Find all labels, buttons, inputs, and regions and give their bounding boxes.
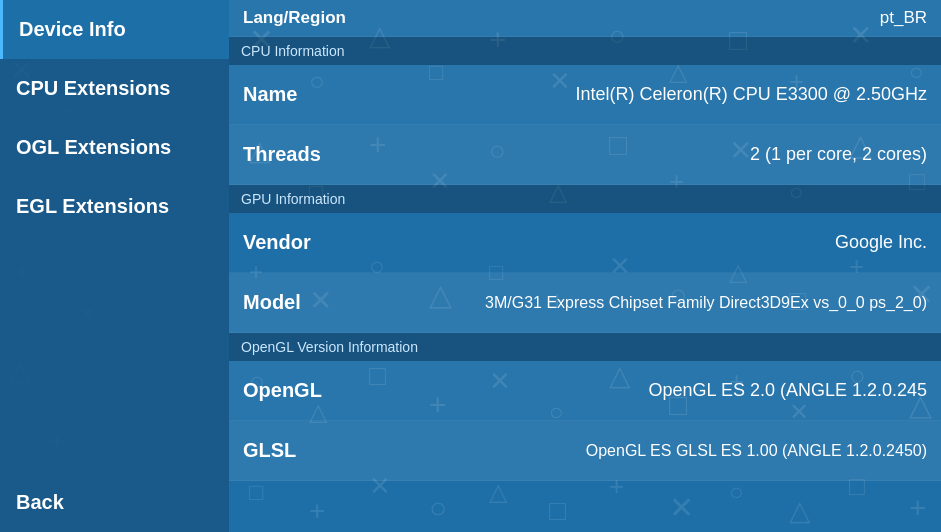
glsl-row: GLSL OpenGL ES GLSL ES 1.00 (ANGLE 1.2.0… [229,421,941,481]
cpu-name-value: Intel(R) Celeron(R) CPU E3300 @ 2.50GHz [576,84,927,105]
cpu-threads-value: 2 (1 per core, 2 cores) [750,144,927,165]
gpu-vendor-value: Google Inc. [835,232,927,253]
opengl-value: OpenGL ES 2.0 (ANGLE 1.2.0.245 [649,380,928,401]
glsl-label: GLSL [243,439,296,462]
cpu-threads-label: Threads [243,143,321,166]
sidebar-item-label: CPU Extensions [16,77,170,99]
gpu-model-value: 3M/G31 Express Chipset Family Direct3D9E… [485,294,927,312]
sidebar-item-label: Device Info [19,18,126,40]
lang-region-value: pt_BR [880,8,927,28]
svg-text:□: □ [249,478,264,505]
opengl-version-header: OpenGL Version Information [229,333,941,361]
svg-text:○: ○ [729,478,744,505]
gpu-info-header: GPU Information [229,185,941,213]
lang-region-label: Lang/Region [243,8,346,28]
svg-text:△: △ [10,356,30,386]
back-label: Back [16,491,64,513]
svg-text:□: □ [160,382,172,404]
sidebar-item-egl-extensions[interactable]: EGL Extensions [0,177,229,236]
glsl-value: OpenGL ES GLSL ES 1.00 (ANGLE 1.2.0.2450… [586,442,927,460]
svg-text:+: + [309,495,325,526]
svg-text:✕: ✕ [80,304,95,324]
lang-region-row: Lang/Region pt_BR [229,0,941,37]
sidebar-item-label: OGL Extensions [16,136,171,158]
cpu-info-header: CPU Information [229,37,941,65]
svg-text:+: + [15,258,29,285]
gpu-model-label: Model [243,291,301,314]
back-button[interactable]: Back [0,473,229,532]
svg-text:✕: ✕ [669,491,694,524]
svg-text:+: + [909,491,927,524]
gpu-vendor-row: Vendor Google Inc. [229,213,941,273]
opengl-label: OpenGL [243,379,322,402]
gpu-model-row: Model 3M/G31 Express Chipset Family Dire… [229,273,941,333]
cpu-threads-row: Threads 2 (1 per core, 2 cores) [229,125,941,185]
sidebar-item-ogl-extensions[interactable]: OGL Extensions [0,118,229,177]
main-content: ✕ ○ △ □ + ✕ ○ △ □ + ✕ ○ △ □ + ✕ ○ △ □ + … [229,0,941,532]
gpu-vendor-label: Vendor [243,231,311,254]
svg-text:+: + [50,428,64,455]
opengl-row: OpenGL OpenGL ES 2.0 (ANGLE 1.2.0.245 [229,361,941,421]
sidebar-item-label: EGL Extensions [16,195,169,217]
svg-text:□: □ [549,495,566,526]
cpu-name-label: Name [243,83,297,106]
sidebar-item-device-info[interactable]: Device Info [0,0,229,59]
sidebar: ✕ ○ △ □ + ✕ ○ △ □ + Device Info CPU Exte… [0,0,229,532]
svg-text:△: △ [789,495,811,526]
svg-text:△: △ [489,478,508,505]
svg-text:○: ○ [429,491,447,524]
content-table: Lang/Region pt_BR CPU Information Name I… [229,0,941,481]
sidebar-item-cpu-extensions[interactable]: CPU Extensions [0,59,229,118]
cpu-name-row: Name Intel(R) Celeron(R) CPU E3300 @ 2.5… [229,65,941,125]
